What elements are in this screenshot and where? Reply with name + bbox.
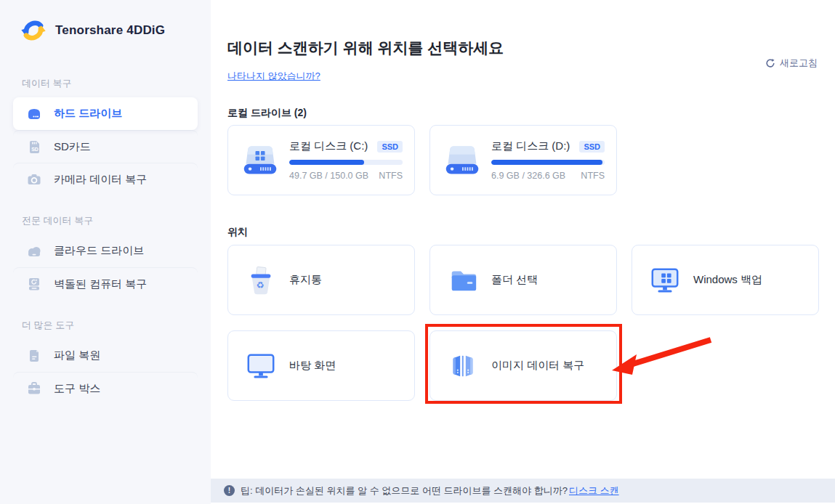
ssd-badge: SSD — [579, 141, 605, 153]
bricked-computer-icon — [26, 276, 42, 292]
tip-text: 팁: 데이터가 손실된 위치를 알 수 없으므로 어떤 드라이브를 스캔해야 합… — [241, 484, 568, 497]
sidebar-item-file-restore[interactable]: 파일 복원 — [13, 339, 198, 372]
main-content: 데이터 스캔하기 위해 위치를 선택하세요 나타나지 않았습니까? 새로고침 로… — [211, 0, 835, 504]
sidebar: Tenorshare 4DDiG 데이터 복구 하드 드라이브 — [0, 0, 211, 504]
drive-usage-text: 49.7 GB / 150.0 GB — [289, 171, 368, 181]
drive-name: 로컬 디스크 (D:) — [491, 139, 570, 153]
sidebar-item-label: 도구 박스 — [54, 382, 100, 396]
refresh-label: 새로고침 — [780, 57, 818, 70]
sidebar-item-label: SD카드 — [54, 140, 91, 154]
location-card-folder-select[interactable]: 폴더 선택 — [429, 245, 617, 315]
hard-disk-c-icon — [241, 142, 279, 179]
svg-text:♻: ♻ — [257, 280, 265, 290]
sidebar-item-camera-recovery[interactable]: 카메라 데이터 복구 — [13, 163, 198, 195]
folder-select-icon — [446, 264, 480, 297]
location-card-image-data-recovery[interactable]: 이미지 데이터 복구 — [429, 330, 617, 401]
sidebar-item-label: 클라우드 드라이브 — [54, 244, 144, 258]
image-data-recovery-icon — [446, 349, 480, 383]
location-card-desktop[interactable]: 바탕 화면 — [227, 330, 415, 401]
sidebar-nav: 데이터 복구 하드 드라이브 SD — [0, 77, 211, 405]
sidebar-item-label: 하드 드라이브 — [54, 107, 122, 121]
drive-card-d[interactable]: 로컬 디스크 (D:) SSD 6.9 GB / 326.6 GB NTFS — [429, 125, 617, 195]
sidebar-item-label: 카메라 데이터 복구 — [54, 173, 147, 187]
location-card-windows-backup[interactable]: Windows 백업 — [632, 245, 819, 315]
tip-bar: ! 팁: 데이터가 손실된 위치를 알 수 없으므로 어떤 드라이브를 스캔해야… — [211, 479, 835, 503]
sidebar-item-toolbox[interactable]: 도구 박스 — [13, 372, 198, 405]
hard-drive-icon — [26, 106, 42, 122]
cloud-icon — [26, 243, 42, 259]
drive-name: 로컬 디스크 (C:) — [289, 139, 368, 153]
sidebar-item-sd-card[interactable]: SD SD카드 — [13, 130, 198, 163]
info-icon: ! — [224, 485, 235, 496]
sidebar-section-label: 전문 데이터 복구 — [22, 214, 211, 227]
file-restore-icon — [26, 348, 42, 364]
sidebar-item-label: 벽돌된 컴퓨터 복구 — [54, 277, 147, 291]
drive-usage-bar — [289, 160, 403, 165]
local-drives-header: 로컬 드라이브 (2) — [227, 107, 307, 120]
location-card-recycle-bin[interactable]: ♻ 휴지통 — [227, 245, 415, 315]
sidebar-item-bricked-computer[interactable]: 벽돌된 컴퓨터 복구 — [13, 267, 198, 300]
drive-filesystem: NTFS — [379, 171, 403, 181]
disk-scan-link[interactable]: 디스크 스캔 — [569, 484, 619, 497]
svg-text:SD: SD — [31, 147, 39, 152]
camera-icon — [26, 171, 42, 187]
sidebar-item-cloud-drive[interactable]: 클라우드 드라이브 — [13, 235, 198, 267]
drive-card-c[interactable]: 로컬 디스크 (C:) SSD 49.7 GB / 150.0 GB NTFS — [227, 125, 415, 195]
drive-usage-text: 6.9 GB / 326.6 GB — [491, 171, 565, 181]
sidebar-section-label: 더 많은 도구 — [22, 319, 211, 332]
recycle-bin-icon: ♻ — [244, 264, 278, 297]
desktop-icon — [244, 349, 278, 383]
location-label: 휴지통 — [289, 273, 322, 287]
location-label: 이미지 데이터 복구 — [491, 359, 584, 373]
hard-disk-d-icon — [443, 142, 481, 179]
refresh-button[interactable]: 새로고침 — [765, 57, 818, 70]
app-window: Tenorshare 4DDiG 데이터 복구 하드 드라이브 — [0, 0, 835, 504]
drive-filesystem: NTFS — [581, 171, 605, 181]
location-label: 바탕 화면 — [289, 359, 336, 373]
ssd-badge: SSD — [377, 141, 403, 153]
page-title: 데이터 스캔하기 위해 위치를 선택하세요 — [227, 38, 504, 58]
location-label: Windows 백업 — [693, 273, 762, 287]
sd-card-icon: SD — [26, 139, 42, 155]
sidebar-section-label: 데이터 복구 — [22, 77, 211, 90]
sidebar-item-hard-drive[interactable]: 하드 드라이브 — [13, 97, 198, 130]
sidebar-item-label: 파일 복원 — [54, 349, 100, 362]
drive-usage-bar — [491, 160, 605, 165]
location-label: 폴더 선택 — [491, 273, 538, 287]
refresh-icon — [765, 58, 775, 68]
app-title: Tenorshare 4DDiG — [55, 23, 165, 38]
toolbox-icon — [26, 381, 42, 397]
app-logo-icon — [19, 16, 48, 45]
annotation-arrow-icon — [609, 325, 718, 385]
windows-backup-icon — [648, 264, 682, 297]
locations-header: 위치 — [227, 226, 248, 239]
app-logo-row: Tenorshare 4DDiG — [0, 0, 211, 45]
not-showing-link[interactable]: 나타나지 않았습니까? — [227, 70, 320, 83]
